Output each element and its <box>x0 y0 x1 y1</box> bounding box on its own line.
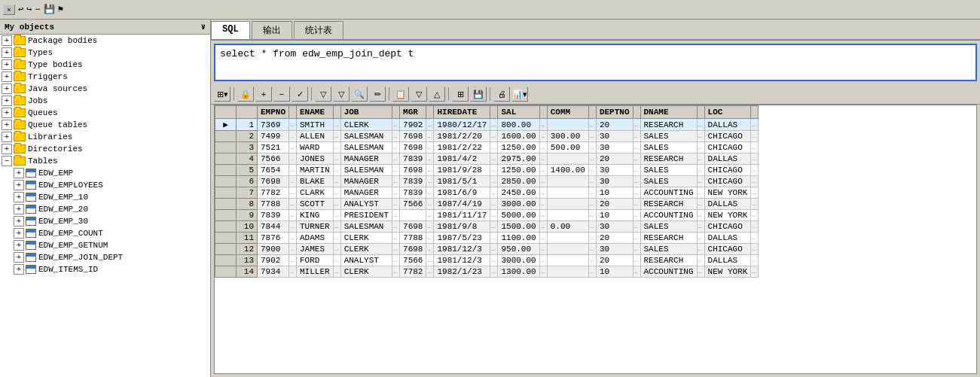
table-row[interactable]: 87788…SCOTT…ANALYST…7566…1987/4/19…3000.… <box>215 199 759 210</box>
cell-ellipsis-deptno[interactable]: … <box>633 199 640 210</box>
cell-ellipsis-deptno[interactable]: … <box>633 187 640 199</box>
cell-ellipsis-hiredate[interactable]: … <box>490 233 498 244</box>
cell-ellipsis-sal[interactable]: … <box>539 187 547 199</box>
cell-ellipsis-loc[interactable]: … <box>751 154 759 165</box>
cell-ellipsis-ename[interactable]: … <box>333 165 340 176</box>
cell-ellipsis-sal[interactable]: … <box>539 199 547 210</box>
expander-edw-items-id[interactable]: + <box>14 264 24 275</box>
table-row[interactable]: 57654…MARTIN…SALESMAN…7698…1981/9/28…125… <box>215 165 759 176</box>
expander-triggers[interactable]: + <box>2 71 12 82</box>
expander-libraries[interactable]: + <box>2 132 12 142</box>
cell-ellipsis-comm[interactable]: … <box>588 255 596 266</box>
cell-ellipsis-comm[interactable]: … <box>588 154 596 165</box>
cell-ellipsis-deptno[interactable]: … <box>633 119 640 131</box>
cell-ellipsis-job[interactable]: … <box>392 154 400 165</box>
cell-ellipsis-hiredate[interactable]: … <box>490 221 498 233</box>
cell-ellipsis-job[interactable]: … <box>392 255 400 266</box>
sidebar-collapse-icon[interactable]: ∨ <box>200 22 206 32</box>
expander-queues[interactable]: + <box>2 108 12 118</box>
cell-ellipsis-loc[interactable]: … <box>751 187 759 199</box>
cell-ellipsis-loc[interactable]: … <box>751 165 759 176</box>
cell-ellipsis-loc[interactable]: … <box>751 210 759 221</box>
table-row[interactable]: 147934…MILLER…CLERK…7782…1982/1/23…1300.… <box>215 266 759 278</box>
cell-ellipsis-dname[interactable]: … <box>697 131 704 142</box>
sidebar-item-tables[interactable]: −Tables <box>0 155 210 167</box>
toolbar-icon-minus[interactable]: − <box>35 5 40 15</box>
expander-type-bodies[interactable]: + <box>2 59 12 70</box>
col-header-empno[interactable]: EMPNO <box>258 106 289 119</box>
cell-ellipsis-sal[interactable]: … <box>539 176 547 187</box>
grid-btn-print[interactable]: 🖨 <box>493 87 510 102</box>
cell-ellipsis-comm[interactable]: … <box>588 233 596 244</box>
cell-ellipsis-ename[interactable]: … <box>333 199 340 210</box>
cell-ellipsis-loc[interactable]: … <box>751 266 759 278</box>
expander-edw-employees[interactable]: + <box>14 180 24 190</box>
expander-pkg-bodies[interactable]: + <box>2 35 12 46</box>
tab-sql[interactable]: SQL <box>211 21 250 39</box>
cell-ellipsis-comm[interactable]: … <box>588 266 596 278</box>
cell-ellipsis-ename[interactable]: … <box>333 187 340 199</box>
col-header-deptno[interactable]: DEPTNO <box>596 106 633 119</box>
cell-ellipsis-comm[interactable]: … <box>588 131 596 142</box>
grid-btn-check[interactable]: ✓ <box>292 87 308 102</box>
toolbar-icon-back[interactable]: ↩ <box>18 4 23 15</box>
col-ellipsis-ename[interactable] <box>333 106 340 119</box>
cell-ellipsis-job[interactable]: … <box>392 187 400 199</box>
cell-ellipsis-mgr[interactable]: … <box>426 176 434 187</box>
cell-ellipsis-job[interactable]: … <box>392 244 400 255</box>
cell-ellipsis-deptno[interactable]: … <box>633 176 640 187</box>
cell-ellipsis-ename[interactable]: … <box>333 131 340 142</box>
cell-ellipsis-ename[interactable]: … <box>333 176 340 187</box>
table-row[interactable]: ▶17369…SMITH…CLERK…7902…1980/12/17…800.0… <box>215 119 759 131</box>
cell-ellipsis-ename[interactable]: … <box>333 233 340 244</box>
cell-ellipsis-empno[interactable]: … <box>289 255 297 266</box>
expander-java-sources[interactable]: + <box>2 84 12 94</box>
col-ellipsis-deptno[interactable] <box>633 106 640 119</box>
expander-types[interactable]: + <box>2 47 12 58</box>
col-ellipsis-dname[interactable] <box>697 106 704 119</box>
cell-ellipsis-sal[interactable]: … <box>539 210 547 221</box>
cell-ellipsis-ename[interactable]: … <box>333 244 340 255</box>
cell-ellipsis-sal[interactable]: … <box>539 266 547 278</box>
cell-ellipsis-loc[interactable]: … <box>751 131 759 142</box>
cell-ellipsis-empno[interactable]: … <box>289 244 297 255</box>
cell-ellipsis-job[interactable]: … <box>392 119 400 131</box>
cell-ellipsis-job[interactable]: … <box>392 199 400 210</box>
cell-ellipsis-empno[interactable]: … <box>289 210 297 221</box>
cell-ellipsis-ename[interactable]: … <box>333 119 340 131</box>
cell-ellipsis-job[interactable]: … <box>392 233 400 244</box>
toolbar-icon-bookmark[interactable]: ⚑ <box>58 4 63 15</box>
cell-ellipsis-empno[interactable]: … <box>289 266 297 278</box>
cell-ellipsis-comm[interactable]: … <box>588 142 596 154</box>
cell-ellipsis-loc[interactable]: … <box>751 142 759 154</box>
data-grid[interactable]: EMPNOENAMEJOBMGRHIREDATESALCOMMDEPTNODNA… <box>214 105 977 374</box>
cell-ellipsis-mgr[interactable]: … <box>426 221 434 233</box>
sidebar-item-pkg-bodies[interactable]: +Package bodies <box>0 35 210 47</box>
cell-ellipsis-hiredate[interactable]: … <box>490 187 498 199</box>
col-ellipsis-hiredate[interactable] <box>490 106 498 119</box>
grid-btn-filter-up[interactable]: ▽ <box>333 87 350 102</box>
cell-ellipsis-comm[interactable]: … <box>588 119 596 131</box>
cell-ellipsis-comm[interactable]: … <box>588 210 596 221</box>
cell-ellipsis-dname[interactable]: … <box>697 266 704 278</box>
cell-ellipsis-deptno[interactable]: … <box>633 142 640 154</box>
cell-ellipsis-ename[interactable]: … <box>333 266 340 278</box>
cell-ellipsis-job[interactable]: … <box>392 165 400 176</box>
cell-ellipsis-empno[interactable]: … <box>289 119 297 131</box>
cell-ellipsis-hiredate[interactable]: … <box>490 244 498 255</box>
cell-ellipsis-mgr[interactable]: … <box>426 142 434 154</box>
cell-ellipsis-empno[interactable]: … <box>289 199 297 210</box>
sidebar-item-libraries[interactable]: +Libraries <box>0 131 210 143</box>
sidebar-item-edw-emp-join-dept[interactable]: +EDW_EMP_JOIN_DEPT <box>0 251 210 263</box>
grid-btn-delete[interactable]: − <box>273 87 290 102</box>
cell-ellipsis-empno[interactable]: … <box>289 176 297 187</box>
cell-ellipsis-empno[interactable]: … <box>289 131 297 142</box>
cell-ellipsis-sal[interactable]: … <box>539 233 547 244</box>
cell-ellipsis-mgr[interactable]: … <box>426 187 434 199</box>
cell-ellipsis-deptno[interactable]: … <box>633 210 640 221</box>
cell-ellipsis-ename[interactable]: … <box>333 221 340 233</box>
cell-ellipsis-dname[interactable]: … <box>697 210 704 221</box>
expander-jobs[interactable]: + <box>2 96 12 106</box>
grid-btn-down2[interactable]: ▽ <box>411 87 427 102</box>
cell-ellipsis-dname[interactable]: … <box>697 244 704 255</box>
